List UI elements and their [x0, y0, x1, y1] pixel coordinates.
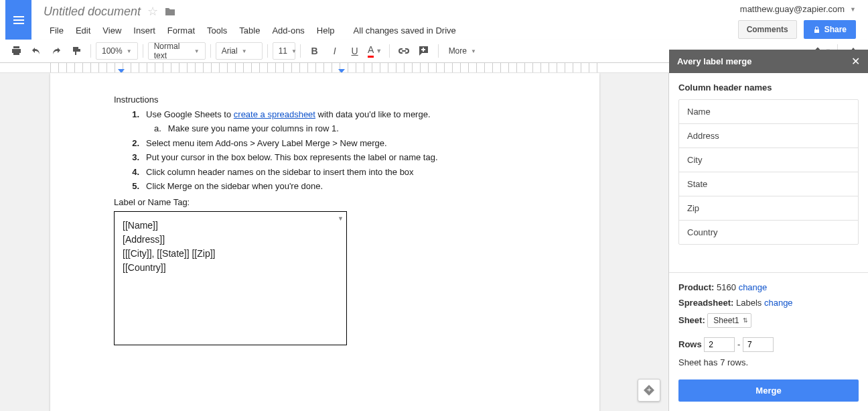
list-item: Click column header names on the sidebar… [146, 166, 414, 179]
font-select[interactable]: Arial▼ [216, 42, 263, 60]
spreadsheet-change-link[interactable]: change [764, 298, 793, 308]
rows-from-input[interactable] [704, 337, 735, 352]
column-item-city[interactable]: City [679, 148, 858, 172]
rows-label: Rows [678, 339, 702, 349]
print-icon[interactable] [7, 42, 25, 60]
column-list: Name Address City State Zip Country [678, 99, 859, 245]
menu-tools[interactable]: Tools [201, 23, 233, 38]
menu-table[interactable]: Table [233, 23, 266, 38]
list-item: Click Merge on the sidebar when you're d… [146, 180, 323, 193]
label-line: [[Name]] [123, 219, 338, 233]
folder-icon[interactable] [165, 7, 175, 16]
explore-button[interactable] [638, 379, 660, 402]
column-header-title: Column header names [678, 82, 859, 93]
save-status: All changes saved in Drive [348, 23, 462, 38]
document-canvas[interactable]: Instructions 1.Use Google Sheets to crea… [0, 73, 668, 411]
style-select[interactable]: Normal text▼ [148, 42, 206, 60]
instructions-heading: Instructions [114, 93, 536, 107]
star-icon[interactable]: ☆ [147, 4, 158, 19]
label-template-box[interactable]: ▼ [[Name]] [Address]] [[[City]], [[State… [114, 211, 347, 345]
label-line: [Address]] [123, 233, 338, 247]
menu-help[interactable]: Help [311, 23, 341, 38]
rows-hint: Sheet has 7 rows. [678, 357, 859, 367]
label-tag-heading: Label or Name Tag: [114, 196, 536, 209]
close-icon[interactable]: ✕ [851, 55, 860, 68]
explore-icon [644, 385, 654, 396]
list-item: Use Google Sheets to create a spreadshee… [146, 108, 431, 121]
label-line: [[[City]], [[State]] [[Zip]] [123, 247, 338, 261]
comment-add-icon[interactable] [415, 42, 433, 60]
sidebar-title: Avery label merge [677, 56, 752, 66]
addon-sidebar: Avery label merge ✕ Column header names … [668, 73, 868, 411]
bold-icon[interactable]: B [305, 42, 324, 60]
user-email: matthew.guay@zapier.com [740, 4, 845, 14]
column-item-address[interactable]: Address [679, 124, 858, 148]
menu-insert[interactable]: Insert [127, 23, 161, 38]
list-item: Make sure you name your columns in row 1… [168, 122, 339, 135]
sheet-label: Sheet: [678, 315, 705, 325]
font-size-select[interactable]: 11▼ [273, 42, 295, 60]
underline-icon[interactable]: U [346, 42, 364, 60]
menu-edit[interactable]: Edit [70, 23, 96, 38]
column-item-name[interactable]: Name [679, 100, 858, 124]
paint-format-icon[interactable] [67, 42, 86, 60]
redo-icon[interactable] [47, 42, 66, 60]
spreadsheet-label: Spreadsheet: [678, 298, 733, 308]
column-item-country[interactable]: Country [679, 221, 858, 244]
menu-view[interactable]: View [96, 23, 127, 38]
column-item-state[interactable]: State [679, 172, 858, 196]
chevron-down-icon: ▼ [850, 6, 856, 13]
comments-button[interactable]: Comments [738, 20, 797, 39]
link-icon[interactable] [394, 42, 413, 60]
product-value: 5160 [717, 282, 736, 292]
sidebar-header: Avery label merge ✕ [669, 50, 868, 73]
docs-logo[interactable] [5, 0, 31, 40]
share-button[interactable]: Share [804, 20, 856, 39]
merge-button[interactable]: Merge [678, 379, 859, 402]
create-spreadsheet-link[interactable]: create a spreadsheet [234, 109, 315, 119]
undo-icon[interactable] [27, 42, 46, 60]
user-account[interactable]: matthew.guay@zapier.com ▼ [740, 4, 856, 14]
product-change-link[interactable]: change [739, 282, 768, 292]
rows-to-input[interactable] [743, 337, 774, 352]
header-bar: Untitled document ☆ File Edit View Inser… [0, 0, 868, 40]
italic-icon[interactable]: I [326, 42, 344, 60]
zoom-select[interactable]: 100%▼ [96, 42, 138, 60]
chevron-down-icon[interactable]: ▼ [338, 215, 344, 224]
menu-format[interactable]: Format [161, 23, 201, 38]
label-line: [[Country]] [123, 261, 338, 275]
menu-addons[interactable]: Add-ons [266, 23, 310, 38]
list-item: Put your cursor in the box below. This b… [146, 151, 438, 164]
spreadsheet-value: Labels [736, 298, 762, 308]
product-label: Product: [678, 282, 714, 292]
document-title[interactable]: Untitled document [44, 5, 141, 19]
column-item-zip[interactable]: Zip [679, 196, 858, 221]
sheet-select[interactable]: Sheet1 [707, 313, 751, 328]
page[interactable]: Instructions 1.Use Google Sheets to crea… [50, 73, 599, 411]
list-item: Select menu item Add-ons > Avery Label M… [146, 137, 387, 150]
text-color-icon[interactable]: A▼ [366, 42, 384, 60]
more-select[interactable]: More▼ [443, 42, 482, 60]
menu-file[interactable]: File [44, 23, 70, 38]
lock-icon [813, 26, 820, 34]
